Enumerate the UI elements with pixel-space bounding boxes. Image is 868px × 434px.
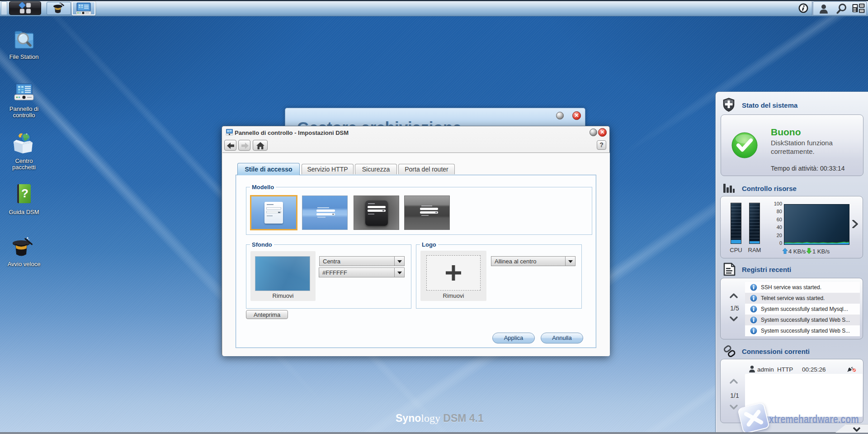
svg-text:?: ? [21,186,28,200]
